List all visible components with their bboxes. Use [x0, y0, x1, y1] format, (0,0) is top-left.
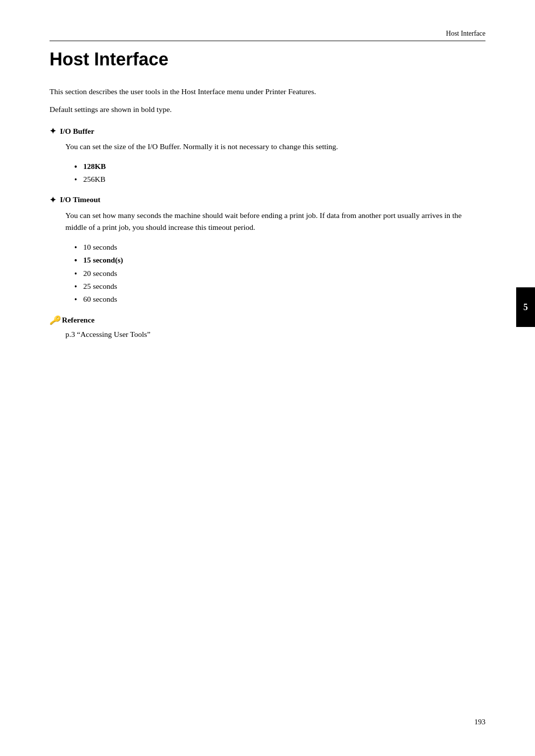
diamond-icon-1: ✦	[50, 126, 56, 136]
list-item: 15 second(s)	[74, 254, 485, 267]
io-buffer-heading: ✦ I/O Buffer	[50, 126, 485, 136]
io-buffer-list: 128KB 256KB	[74, 160, 485, 186]
intro-paragraph-2: Default settings are shown in bold type.	[50, 104, 485, 115]
io-timeout-heading: ✦ I/O Timeout	[50, 195, 485, 205]
reference-title: Reference	[62, 316, 95, 324]
page-number: 193	[475, 718, 486, 726]
reference-link: p.3 “Accessing User Tools”	[65, 328, 485, 341]
list-item: 20 seconds	[74, 267, 485, 280]
header-title: Host Interface	[446, 30, 485, 38]
list-item: 60 seconds	[74, 293, 485, 306]
diamond-icon-2: ✦	[50, 195, 56, 205]
list-item: 128KB	[74, 160, 485, 173]
reference-heading: 🔑 Reference	[50, 315, 485, 325]
io-timeout-body: You can set how many seconds the machine…	[65, 210, 462, 234]
page-container: Host Interface Host Interface This secti…	[0, 0, 535, 756]
intro-paragraph-1: This section describes the user tools in…	[50, 86, 456, 98]
page-header: Host Interface	[50, 30, 485, 41]
list-item: 25 seconds	[74, 280, 485, 293]
io-buffer-body: You can set the size of the I/O Buffer. …	[65, 141, 462, 153]
chapter-tab: 5	[516, 287, 535, 327]
io-timeout-list: 10 seconds 15 second(s) 20 seconds 25 se…	[74, 241, 485, 306]
list-item: 256KB	[74, 173, 485, 186]
list-item: 10 seconds	[74, 241, 485, 254]
key-icon: 🔑	[50, 315, 60, 325]
page-title: Host Interface	[50, 49, 485, 70]
io-timeout-title: I/O Timeout	[60, 195, 101, 204]
io-buffer-title: I/O Buffer	[60, 127, 94, 136]
